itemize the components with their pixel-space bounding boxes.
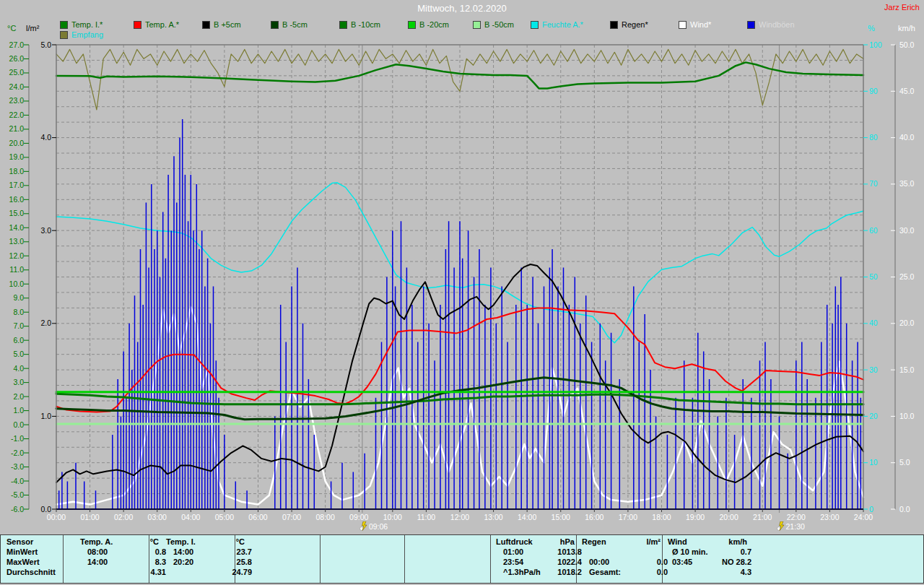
- wind-axis-label: 0.0: [899, 505, 910, 514]
- temp-axis-label: 3.0: [13, 378, 24, 386]
- table-cell-value: 25.8: [237, 558, 252, 566]
- table-cell-value: 23.7: [237, 547, 252, 556]
- table-cell-key: Temp. I.: [166, 537, 196, 546]
- rain-axis-label: 5.0: [40, 40, 51, 49]
- table-cell-key: Gesamt:: [589, 568, 621, 576]
- table-cell: 00:000.0: [576, 558, 674, 566]
- sun-event-time: 21:30: [786, 522, 805, 531]
- temp-axis-label: 2.0: [13, 392, 24, 401]
- table-cell-value: km/h: [728, 537, 747, 546]
- table-cell: LuftdruckhPa: [490, 537, 580, 546]
- hum-axis-label: 10: [869, 458, 878, 467]
- temp-axis-label: 25.0: [9, 68, 25, 77]
- summary-table: SensorMinWertMaxWertDurchschnittTemp. A.…: [0, 534, 924, 584]
- temp-axis-label: 1.0: [13, 406, 24, 415]
- table-cell-key: 08:00: [87, 547, 108, 556]
- temp-axis-label: 17.0: [9, 181, 25, 189]
- rain-axis-label: 1.0: [40, 412, 51, 420]
- table-cell: 01:001013.8: [490, 547, 588, 556]
- time-label: 02:00: [107, 513, 140, 521]
- table-cell-key: 03:45: [672, 558, 692, 566]
- temp-axis-label: 22.0: [9, 110, 25, 119]
- temp-axis-label: 6.0: [13, 336, 24, 344]
- temp-axis-label: -4.0: [11, 477, 24, 485]
- temp-axis-label: 13.0: [9, 237, 25, 246]
- table-cell-value: NO 28.2: [722, 558, 751, 566]
- table-row-label: MinWert: [6, 547, 38, 556]
- hum-axis-label: 50: [869, 272, 878, 281]
- hum-axis-label: 40: [869, 318, 878, 327]
- time-label: 20:00: [712, 513, 746, 521]
- table-row-label: Sensor: [6, 537, 33, 546]
- hum-axis-label: 70: [869, 179, 878, 188]
- temp-axis-label: -5.0: [11, 490, 24, 499]
- wind-axis-label: 40.0: [899, 133, 915, 142]
- time-label: 23:00: [813, 513, 846, 521]
- temp-axis-label: 7.0: [13, 321, 24, 330]
- table-cell-key: 00:00: [589, 558, 609, 566]
- temp-axis-label: 10.0: [9, 280, 25, 288]
- table-cell-value: 1013.8: [557, 547, 582, 556]
- temp-axis-label: 21.0: [9, 124, 25, 133]
- table-column-separator: [320, 535, 321, 583]
- time-label: 01:00: [74, 513, 107, 521]
- wind-axis-label: 15.0: [899, 365, 915, 374]
- table-cell: Windkm/h: [662, 537, 753, 546]
- temp-axis-label: -1.0: [11, 434, 24, 443]
- time-label: 06:00: [242, 513, 275, 521]
- table-cell: 14:0023.7: [149, 547, 258, 556]
- time-label: 15:00: [544, 513, 578, 521]
- temp-axis-label: 27.0: [9, 40, 25, 49]
- sun-event-icon: [359, 521, 367, 531]
- table-cell: 4.3: [662, 568, 757, 576]
- rain-axis-label: 2.0: [40, 318, 51, 327]
- temp-axis-label: 26.0: [9, 54, 25, 63]
- table-cell-value: 24.79: [232, 568, 252, 576]
- wind-axis-label: 5.0: [899, 458, 910, 467]
- hum-axis-label: 60: [869, 226, 878, 235]
- temp-axis-label: -2.0: [11, 448, 24, 457]
- sun-event-icon: [777, 521, 785, 531]
- table-cell: Ø 10 min.0.7: [662, 547, 757, 556]
- time-label: 19:00: [679, 513, 712, 521]
- temp-axis-label: 14.0: [9, 223, 25, 232]
- time-label: 10:00: [376, 513, 409, 521]
- time-label: 08:00: [309, 513, 342, 521]
- time-label: 24:00: [847, 513, 880, 521]
- wind-axis-label: 10.0: [899, 412, 915, 420]
- sun-event-time: 09:06: [369, 522, 388, 531]
- wind-axis-label: 20.0: [899, 318, 915, 327]
- time-label: 12:00: [443, 513, 476, 521]
- temp-axis-label: 0.0: [13, 420, 24, 429]
- temp-axis-label: 11.0: [9, 265, 24, 274]
- table-cell-key: Regen: [582, 537, 606, 546]
- table-cell: ^1.3hPa/h1018.2: [490, 568, 588, 576]
- table-cell: Gesamt:0.0: [576, 568, 674, 576]
- table-row-label: MaxWert: [6, 558, 40, 566]
- rain-axis-label: 3.0: [40, 226, 51, 235]
- table-cell: Regenl/m²: [576, 537, 666, 546]
- hum-axis-label: 20: [869, 412, 878, 420]
- time-label: 05:00: [208, 513, 241, 521]
- wind-axis-label: 45.0: [899, 87, 915, 95]
- table-cell-value: 0.7: [741, 547, 751, 556]
- table-cell-key: Ø 10 min.: [672, 547, 708, 556]
- wind-axis-label: 35.0: [899, 179, 915, 188]
- wind-axis-label: 25.0: [899, 272, 915, 281]
- time-label: 22:00: [780, 513, 813, 521]
- hum-axis-label: 0: [869, 505, 873, 514]
- temp-axis-label: -3.0: [11, 462, 24, 471]
- table-cell-value: 4.3: [741, 568, 751, 576]
- wind-axis-label: 30.0: [899, 226, 915, 235]
- temp-axis-label: 4.0: [13, 364, 24, 373]
- time-label: 16:00: [578, 513, 611, 521]
- sun-event-marker: 09:06: [359, 521, 388, 531]
- table-cell-value: l/m²: [646, 537, 661, 546]
- table-cell-key: ^1.3hPa/h: [503, 568, 541, 576]
- table-cell-value: °C: [236, 537, 245, 546]
- table-cell-key: Luftdruck: [496, 537, 533, 546]
- time-label: 17:00: [611, 513, 645, 521]
- table-cell-value: hPa: [560, 537, 575, 546]
- table-column-separator: [404, 535, 405, 583]
- table-cell: 23:541022.4: [490, 558, 588, 566]
